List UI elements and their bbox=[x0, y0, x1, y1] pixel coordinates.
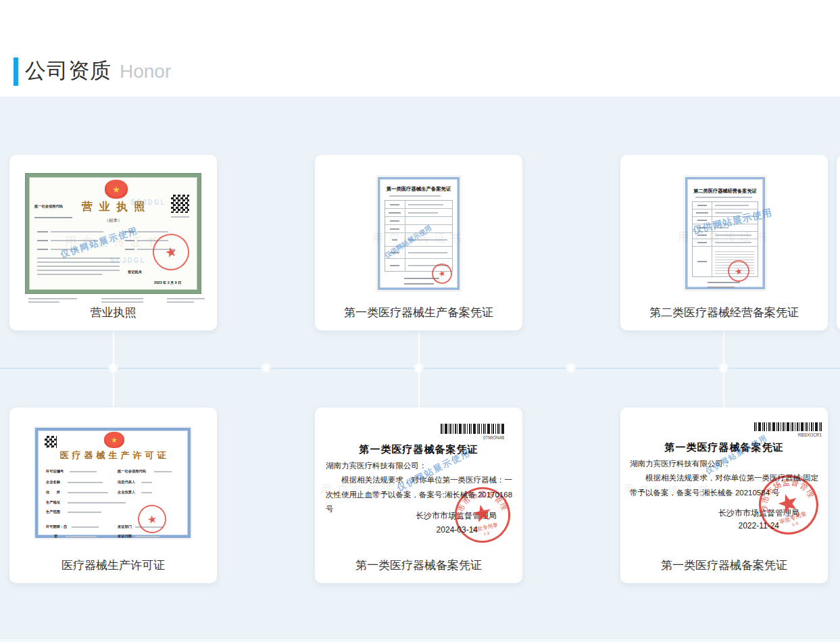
cert-title: 第一类医疗器械生产备案凭证 bbox=[383, 185, 455, 192]
watermark-code: SCJDGL bbox=[110, 257, 146, 264]
barcode-code: RBSXOCR1 bbox=[768, 433, 822, 437]
filing-certificate-image: 第二类医疗器械经营备案凭证 ★ bbox=[685, 177, 765, 289]
certificate-card-class1-production-filing[interactable]: 第一类医疗器械生产备案凭证 ★ 仅供网站展示使用 用户自传证书 第一类医疗器械生… bbox=[315, 155, 522, 330]
certificate-card-peek[interactable] bbox=[837, 155, 840, 330]
field-label: 住 所 bbox=[46, 490, 60, 495]
certificate-card-class1-filing-a[interactable]: 07MION48 第一类医疗器械备案凭证 湖南力宾医疗科技有限公司： 根据相关法… bbox=[315, 408, 522, 583]
qr-code bbox=[45, 436, 57, 448]
page-subtitle: Honor bbox=[120, 61, 171, 82]
cert-body: 湖南力宾医疗科技有限公司： 根据相关法规要求，对你单位第一类医疗器械：一次性使用… bbox=[326, 459, 513, 516]
field-label: 企业名称 bbox=[46, 480, 60, 485]
section-titles: 公司资质 Honor bbox=[25, 57, 171, 85]
timeline-dot bbox=[720, 365, 726, 371]
watermark-blue: 仅供网站展示使用 bbox=[59, 224, 140, 261]
cert-addressee: 湖南力宾医疗科技有限公司： bbox=[630, 457, 820, 471]
timeline-dot bbox=[263, 365, 269, 371]
barcode bbox=[441, 424, 504, 434]
issue-date: 2024-03-14 bbox=[437, 525, 478, 535]
cert-statement: 根据相关法规要求，对你单位第一类医疗器械：一次性使用止血带予以备案，备案号:湘长… bbox=[326, 473, 513, 516]
cert-title: 第一类医疗器械备案凭证 bbox=[315, 443, 522, 456]
seal-number: 1-3 bbox=[791, 520, 799, 527]
barcode bbox=[754, 422, 822, 431]
barcode-code: 07MION48 bbox=[453, 435, 504, 440]
certificate-label: 第二类医疗器械经营备案凭证 bbox=[620, 305, 828, 320]
cert-body: 湖南力宾医疗科技有限公司： 根据相关法规要求，对你单位第一类医疗器械:固定带予以… bbox=[630, 457, 820, 500]
cert-statement: 根据相关法规要求，对你单位第一类医疗器械:固定带予以备案，备案号:湘长械备 20… bbox=[630, 471, 820, 500]
filing-certificate-image: 第一类医疗器械生产备案凭证 ★ 仅供网站展示使用 bbox=[378, 177, 460, 290]
section-header: 公司资质 Honor bbox=[0, 0, 840, 97]
seal-number: 1-3 bbox=[483, 531, 490, 537]
field-label: 发证日期 bbox=[118, 534, 132, 539]
field-label: 企业负责人 bbox=[118, 490, 135, 495]
national-emblem-icon: ★ bbox=[105, 180, 128, 199]
qr-code bbox=[171, 195, 189, 213]
business-license-image: ★ 统一社会信用代码 营业执照 （副本） 登记机关 ★ 2023 年 3 月 9… bbox=[26, 174, 201, 293]
cert-title: 第一类医疗器械备案凭证 bbox=[620, 441, 828, 454]
field-label: 生产范围 bbox=[46, 510, 60, 515]
cert-subtitle: （副本） bbox=[53, 218, 174, 224]
issue-date: 2023 年 3 月 9 日 bbox=[154, 280, 181, 286]
issuer-label: 登记机关 bbox=[128, 270, 142, 275]
field-label: 至 bbox=[54, 534, 57, 539]
cert-title: 第二类医疗器械经营备案凭证 bbox=[691, 188, 760, 195]
production-license-image: ★ 医疗器械生产许可证 许可证编号 统一社会信用代码 企业名称 法定代表人 住 … bbox=[35, 428, 191, 538]
business-scope-lines bbox=[37, 257, 120, 275]
cert-title: 医疗器械生产许可证 bbox=[38, 449, 188, 462]
certificate-label: 第一类医疗器械生产备案凭证 bbox=[315, 305, 522, 320]
national-emblem-icon: ★ bbox=[104, 432, 124, 448]
accent-bar bbox=[14, 57, 18, 86]
field-label: 统一社会信用代码 bbox=[118, 469, 146, 474]
field-label: 许可期限：自 bbox=[46, 524, 67, 530]
timeline-dot bbox=[416, 365, 422, 371]
issue-date: 2022-11-24 bbox=[739, 521, 780, 530]
timeline-dot bbox=[568, 365, 574, 371]
cert-table bbox=[385, 200, 453, 272]
timeline-dot bbox=[110, 365, 116, 371]
field-label: 发证部门 bbox=[118, 524, 132, 530]
field-label: 许可证编号 bbox=[46, 469, 64, 474]
license-footnotes bbox=[28, 298, 205, 303]
certificate-label: 第一类医疗器械备案凭证 bbox=[620, 558, 828, 573]
official-seal: ★ bbox=[149, 230, 193, 274]
section-bottom-strip bbox=[0, 638, 840, 642]
cert-addressee: 湖南力宾医疗科技有限公司： bbox=[326, 459, 513, 473]
page-title: 公司资质 bbox=[25, 57, 112, 85]
certificate-card-production-license[interactable]: ★ 医疗器械生产许可证 许可证编号 统一社会信用代码 企业名称 法定代表人 住 … bbox=[9, 408, 217, 583]
page: 公司资质 Honor ★ 统一社会信用代码 营业执照 （副本） bbox=[0, 0, 840, 642]
certificate-card-class1-filing-b[interactable]: RBSXOCR1 第一类医疗器械备案凭证 湖南力宾医疗科技有限公司： 根据相关法… bbox=[620, 408, 828, 583]
watermark-code: SCJDGL bbox=[130, 199, 166, 206]
field-label: 法定代表人 bbox=[118, 480, 135, 485]
certificate-card-class2-operation-filing[interactable]: 第二类医疗器械经营备案凭证 ★ 仅供网站展示使用 用户自传证书 第二类医疗器械经… bbox=[620, 155, 828, 330]
field-label: 生产地址 bbox=[46, 500, 60, 505]
certificate-label: 医疗器械生产许可证 bbox=[9, 558, 217, 573]
certificate-card-business-license[interactable]: ★ 统一社会信用代码 营业执照 （副本） 登记机关 ★ 2023 年 3 月 9… bbox=[9, 155, 217, 330]
certificate-label: 营业执照 bbox=[9, 305, 217, 320]
certificate-label: 第一类医疗器械备案凭证 bbox=[315, 558, 522, 573]
